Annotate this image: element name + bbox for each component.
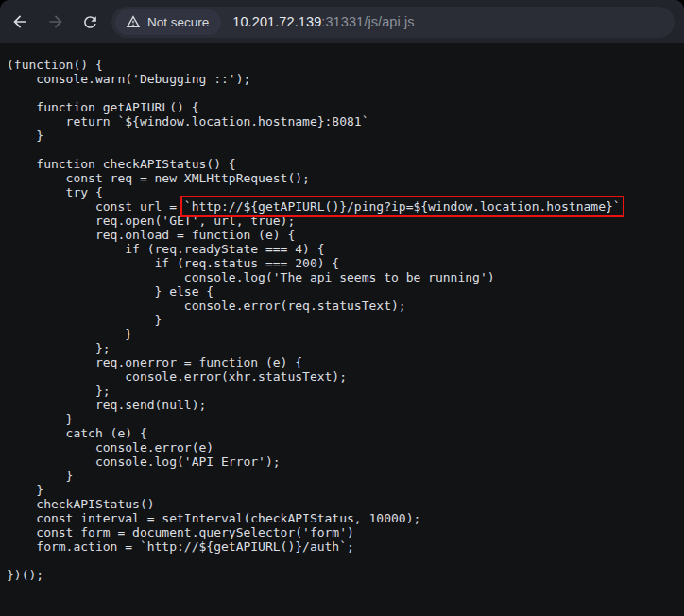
code-before: (function() { console.warn('Debugging ::… bbox=[7, 58, 369, 214]
code-after: req.open('GET', url, true); req.onload =… bbox=[7, 214, 495, 582]
back-button[interactable] bbox=[6, 8, 34, 36]
reload-button[interactable] bbox=[76, 8, 104, 36]
url-path: :31331/js/api.js bbox=[321, 14, 414, 29]
warning-triangle-icon bbox=[126, 14, 141, 29]
browser-window: Not secure 10.201.72.139:31331/js/api.js… bbox=[0, 0, 684, 616]
forward-arrow-icon bbox=[46, 12, 65, 31]
source-code: (function() { console.warn('Debugging ::… bbox=[7, 58, 684, 582]
code-highlight-red-box: `http://${getAPIURL()}/ping?ip=${window.… bbox=[184, 199, 621, 214]
page-content: (function() { console.warn('Debugging ::… bbox=[0, 43, 684, 582]
forward-button[interactable] bbox=[42, 8, 70, 36]
security-chip[interactable]: Not secure bbox=[115, 9, 221, 35]
security-chip-label: Not secure bbox=[147, 15, 209, 29]
address-bar[interactable]: Not secure 10.201.72.139:31331/js/api.js bbox=[111, 7, 675, 38]
url-text[interactable]: 10.201.72.139:31331/js/api.js bbox=[232, 14, 414, 29]
reload-icon bbox=[81, 13, 99, 31]
browser-toolbar: Not secure 10.201.72.139:31331/js/api.js bbox=[0, 0, 684, 43]
back-arrow-icon bbox=[10, 12, 29, 31]
url-host: 10.201.72.139 bbox=[232, 14, 321, 29]
